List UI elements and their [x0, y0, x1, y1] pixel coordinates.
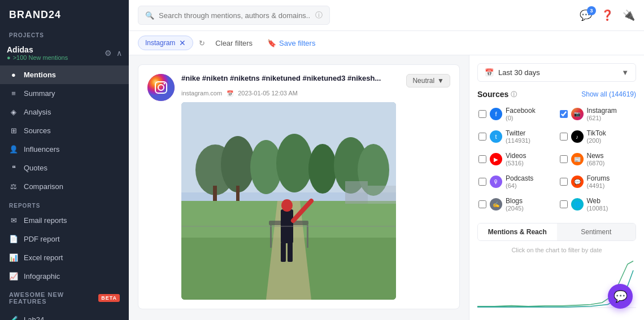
nav-pdf-report-label: PDF report	[24, 235, 60, 243]
summary-icon: ≡	[9, 89, 18, 98]
svg-point-7	[221, 136, 255, 192]
sources-title: Sources ⓘ	[477, 90, 517, 99]
mention-avatar	[147, 74, 175, 101]
help-button[interactable]: ❓	[601, 9, 613, 21]
search-info-icon[interactable]: ⓘ	[315, 10, 323, 20]
nav-sources[interactable]: ⊞ Sources	[0, 121, 129, 140]
chat-support-button[interactable]: 💬	[608, 284, 633, 309]
nav-lab24-label: Lab24	[24, 315, 44, 320]
nav-summary-label: Summary	[24, 89, 55, 98]
content-area: #nike #niketn #niketns #niketuned #niket…	[129, 55, 644, 320]
project-name: Adidas	[7, 45, 68, 54]
mention-image	[181, 102, 396, 300]
nav-email-reports[interactable]: ✉ Email reports	[0, 211, 129, 230]
nav-email-reports-label: Email reports	[24, 216, 67, 225]
chevron-down-icon: ▼	[621, 68, 629, 77]
news-label: News (6870)	[587, 152, 605, 166]
tab-mentions-reach[interactable]: Mentions & Reach	[478, 223, 557, 240]
mention-title: #nike #niketn #niketns #niketuned #niket…	[181, 74, 381, 82]
search-input[interactable]	[159, 11, 311, 20]
project-actions: ⚙ ∧	[105, 49, 122, 58]
svg-rect-13	[213, 186, 217, 203]
mention-body: #nike #niketn #niketns #niketuned #niket…	[181, 74, 450, 300]
beta-badge: BETA	[98, 294, 120, 302]
chart-hint: Click on the chart to filter by date	[477, 247, 636, 253]
videos-label: Videos (5316)	[506, 152, 526, 166]
project-header: Adidas >100 New mentions ⚙ ∧	[0, 41, 129, 65]
project-collapse-icon[interactable]: ∧	[116, 49, 122, 58]
source-item-twitter: t Twitter (114931)	[477, 127, 555, 146]
search-bar[interactable]: 🔍 ⓘ	[138, 6, 330, 25]
instagram-filter-label: Instagram	[145, 39, 175, 47]
topbar-actions: 💬 3 ❓ 🔌	[580, 9, 635, 21]
notifications-button[interactable]: 💬 3	[580, 9, 592, 21]
analysis-icon: ◈	[9, 108, 18, 116]
infographic-icon: 📈	[9, 272, 18, 280]
podcasts-checkbox[interactable]	[478, 178, 486, 186]
nav-lab24[interactable]: 🧪 Lab24	[0, 310, 129, 320]
nav-mentions[interactable]: ● Mentions	[0, 65, 129, 84]
show-all-link[interactable]: Show all (144619)	[581, 90, 636, 98]
nav-comparison[interactable]: ⚖ Comparison	[0, 177, 129, 196]
tab-sentiment[interactable]: Sentiment	[557, 223, 636, 240]
mentions-feed: #nike #niketn #niketns #niketuned #niket…	[129, 55, 469, 320]
reports-section-label: REPORTS	[0, 196, 129, 211]
forums-label: Forums (4491)	[587, 174, 610, 189]
facebook-label: Facebook (0)	[506, 107, 536, 121]
nav-influencers-label: Influencers	[24, 145, 60, 154]
nav-pdf-report[interactable]: 📄 PDF report	[0, 230, 129, 248]
news-checkbox[interactable]	[560, 155, 568, 163]
save-icon: 🔖	[267, 39, 276, 47]
twitter-checkbox[interactable]	[478, 133, 486, 141]
source-item-podcasts: 🎙 Podcasts (64)	[477, 172, 555, 191]
chat-icon: 💬	[613, 290, 628, 303]
pdf-report-icon: 📄	[9, 235, 18, 243]
svg-rect-22	[281, 242, 286, 262]
project-info: Adidas >100 New mentions	[7, 45, 68, 61]
facebook-checkbox[interactable]	[478, 110, 486, 118]
nav-excel-report[interactable]: 📊 Excel report	[0, 248, 129, 267]
source-item-news: 📰 News (6870)	[559, 150, 637, 169]
sources-grid: f Facebook (0) 📷 Instagram (621)	[477, 104, 636, 214]
svg-rect-23	[288, 242, 293, 262]
clear-filters-button[interactable]: Clear filters	[211, 37, 257, 50]
mention-card: #nike #niketn #niketns #niketuned #niket…	[138, 64, 460, 309]
date-range-selector[interactable]: 📅 Last 30 days ▼	[477, 63, 636, 82]
source-item-forums: 💬 Forums (4491)	[559, 172, 637, 191]
blogs-checkbox[interactable]	[478, 200, 486, 208]
quotes-icon: ❝	[9, 164, 18, 172]
sentiment-badge[interactable]: Neutral ▼	[406, 74, 450, 87]
nav-mentions-label: Mentions	[24, 71, 56, 79]
settings-button[interactable]: 🔌	[623, 9, 635, 21]
web-checkbox[interactable]	[560, 200, 568, 208]
forums-checkbox[interactable]	[560, 178, 568, 186]
source-item-web: 🌐 Web (10081)	[559, 195, 637, 214]
lab24-icon: 🧪	[9, 315, 18, 320]
svg-rect-26	[345, 181, 368, 204]
chart-tabs: Mentions & Reach Sentiment	[477, 223, 636, 241]
tiktok-label: TikTok (200)	[587, 129, 606, 144]
sentiment-arrow: ▼	[437, 77, 444, 85]
date-range-label: Last 30 days	[498, 68, 540, 77]
save-filters-button[interactable]: 🔖 Save filters	[263, 37, 320, 50]
instagram-checkbox[interactable]	[560, 110, 568, 118]
nav-summary[interactable]: ≡ Summary	[0, 84, 129, 103]
svg-rect-19	[270, 225, 272, 248]
instagram-filter-close[interactable]: ✕	[179, 38, 186, 47]
tiktok-checkbox[interactable]	[560, 133, 568, 141]
mention-meta: instagram.com 📅 2023-01-05 12:03 AM	[181, 90, 450, 97]
instagram-icon: 📷	[571, 108, 584, 120]
nav-quotes[interactable]: ❝ Quotes	[0, 159, 129, 177]
sources-icon: ⊞	[9, 126, 18, 135]
nav-infographic[interactable]: 📈 Infographic	[0, 267, 129, 286]
videos-checkbox[interactable]	[478, 155, 486, 163]
nav-sources-label: Sources	[24, 126, 51, 135]
sources-info-icon[interactable]: ⓘ	[511, 90, 517, 99]
instagram-filter-tag[interactable]: Instagram ✕	[138, 36, 193, 50]
project-settings-icon[interactable]: ⚙	[105, 49, 112, 58]
sentiment-label: Neutral	[412, 77, 434, 85]
nav-influencers[interactable]: 👤 Influencers	[0, 140, 129, 159]
sidebar: BRAND24 PROJECTS Adidas >100 New mention…	[0, 0, 129, 320]
nav-analysis[interactable]: ◈ Analysis	[0, 103, 129, 121]
mention-date: 2023-01-05 12:03 AM	[238, 90, 298, 97]
